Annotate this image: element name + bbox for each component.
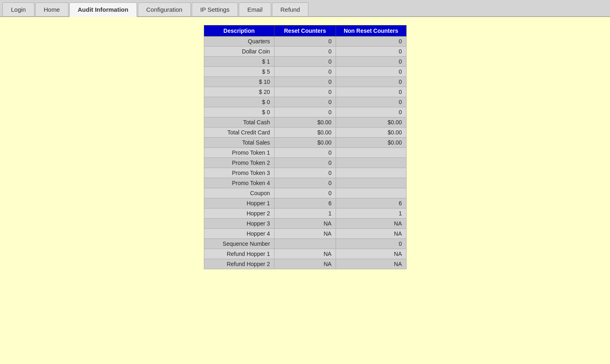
table-row: Dollar Coin00: [204, 47, 406, 57]
row-description: Sequence Number: [204, 239, 274, 249]
row-nonreset: NA: [336, 249, 406, 259]
row-nonreset: [336, 158, 406, 168]
col-header-0: Description: [204, 26, 274, 36]
tab-ip-settings[interactable]: IP Settings: [192, 2, 238, 16]
row-description: Promo Token 2: [204, 158, 274, 168]
row-nonreset: [336, 188, 406, 198]
row-description: Total Credit Card: [204, 128, 274, 138]
row-description: Refund Hopper 2: [204, 259, 274, 269]
row-reset: 0: [274, 47, 336, 57]
tab-refund[interactable]: Refund: [272, 2, 308, 16]
row-nonreset: 0: [336, 36, 406, 47]
row-description: Hopper 1: [204, 198, 274, 209]
table-row: $ 2000: [204, 87, 406, 97]
row-reset: 6: [274, 198, 336, 209]
row-nonreset: 0: [336, 77, 406, 87]
row-reset: 0: [274, 107, 336, 117]
row-description: Promo Token 4: [204, 178, 274, 188]
row-description: Hopper 2: [204, 209, 274, 219]
row-description: Dollar Coin: [204, 47, 274, 57]
col-header-1: Reset Counters: [274, 26, 336, 36]
table-row: Quarters00: [204, 36, 406, 47]
table-row: $ 000: [204, 107, 406, 117]
row-description: $ 0: [204, 107, 274, 117]
row-reset: 0: [274, 36, 336, 47]
table-row: $ 1000: [204, 77, 406, 87]
row-description: $ 1: [204, 57, 274, 67]
row-reset: 0: [274, 148, 336, 158]
row-nonreset: NA: [336, 259, 406, 269]
table-row: Promo Token 30: [204, 168, 406, 178]
table-row: Promo Token 40: [204, 178, 406, 188]
row-description: $ 20: [204, 87, 274, 97]
row-description: Coupon: [204, 188, 274, 198]
row-nonreset: 0: [336, 107, 406, 117]
row-nonreset: 0: [336, 67, 406, 77]
row-reset: 0: [274, 188, 336, 198]
row-nonreset: $0.00: [336, 117, 406, 128]
row-nonreset: 0: [336, 57, 406, 67]
row-description: Promo Token 3: [204, 168, 274, 178]
row-reset: NA: [274, 259, 336, 269]
col-header-2: Non Reset Counters: [336, 26, 406, 36]
row-reset: 0: [274, 178, 336, 188]
row-nonreset: 0: [336, 97, 406, 107]
tab-configuration[interactable]: Configuration: [138, 2, 191, 16]
row-reset: 0: [274, 77, 336, 87]
row-reset: $0.00: [274, 138, 336, 148]
row-reset: 0: [274, 158, 336, 168]
row-reset: 0: [274, 67, 336, 77]
row-nonreset: NA: [336, 229, 406, 239]
row-reset: $0.00: [274, 117, 336, 128]
row-reset: 1: [274, 209, 336, 219]
tab-home[interactable]: Home: [35, 2, 68, 16]
row-reset: NA: [274, 219, 336, 229]
row-nonreset: 1: [336, 209, 406, 219]
row-reset: NA: [274, 229, 336, 239]
table-row: Refund Hopper 1NANA: [204, 249, 406, 259]
row-description: $ 0: [204, 97, 274, 107]
tab-email[interactable]: Email: [239, 2, 271, 16]
table-row: Sequence Number0: [204, 239, 406, 249]
row-nonreset: 0: [336, 47, 406, 57]
row-reset: NA: [274, 249, 336, 259]
row-nonreset: $0.00: [336, 138, 406, 148]
row-nonreset: [336, 168, 406, 178]
audit-table: DescriptionReset CountersNon Reset Count…: [204, 25, 407, 269]
row-reset: 0: [274, 87, 336, 97]
table-row: Promo Token 20: [204, 158, 406, 168]
table-row: Total Sales$0.00$0.00: [204, 138, 406, 148]
row-reset: 0: [274, 168, 336, 178]
row-description: Total Sales: [204, 138, 274, 148]
main-content: DescriptionReset CountersNon Reset Count…: [0, 17, 610, 277]
tab-login[interactable]: Login: [2, 2, 34, 16]
table-row: Hopper 166: [204, 198, 406, 209]
row-description: Refund Hopper 1: [204, 249, 274, 259]
row-description: Total Cash: [204, 117, 274, 128]
row-reset: 0: [274, 57, 336, 67]
table-row: $ 000: [204, 97, 406, 107]
row-description: $ 10: [204, 77, 274, 87]
row-description: $ 5: [204, 67, 274, 77]
table-row: Promo Token 10: [204, 148, 406, 158]
row-description: Hopper 4: [204, 229, 274, 239]
row-description: Promo Token 1: [204, 148, 274, 158]
row-description: Hopper 3: [204, 219, 274, 229]
tab-bar: LoginHomeAudit InformationConfigurationI…: [0, 0, 610, 17]
table-row: Coupon0: [204, 188, 406, 198]
table-row: Hopper 3NANA: [204, 219, 406, 229]
row-reset: [274, 239, 336, 249]
row-nonreset: 0: [336, 87, 406, 97]
table-row: Hopper 211: [204, 209, 406, 219]
row-nonreset: 0: [336, 239, 406, 249]
row-nonreset: NA: [336, 219, 406, 229]
table-row: $ 500: [204, 67, 406, 77]
table-row: Total Credit Card$0.00$0.00: [204, 128, 406, 138]
table-row: $ 100: [204, 57, 406, 67]
row-reset: $0.00: [274, 128, 336, 138]
row-nonreset: $0.00: [336, 128, 406, 138]
tab-audit-information[interactable]: Audit Information: [69, 2, 137, 17]
row-reset: 0: [274, 97, 336, 107]
row-nonreset: [336, 178, 406, 188]
table-row: Total Cash$0.00$0.00: [204, 117, 406, 128]
